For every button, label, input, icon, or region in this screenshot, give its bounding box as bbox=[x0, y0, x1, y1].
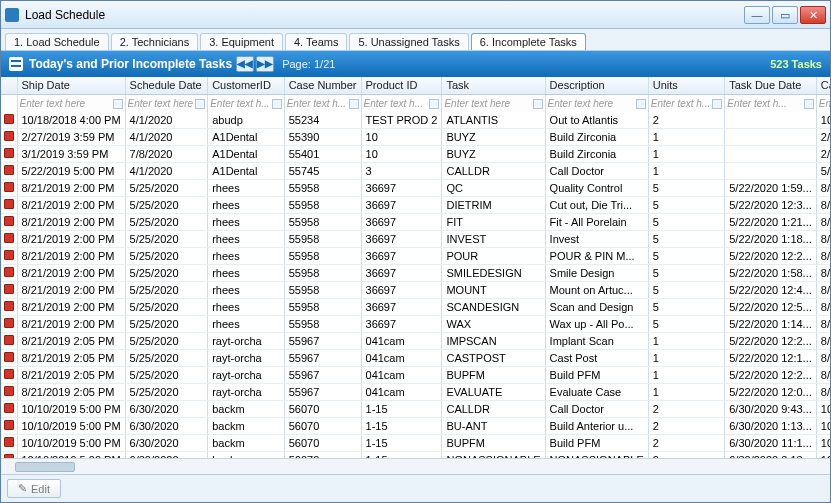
column-header[interactable]: Ship Date bbox=[17, 77, 125, 94]
cell: 6/30/2020 9:43... bbox=[725, 400, 817, 417]
window-title: Load Schedule bbox=[25, 8, 744, 22]
filter-icon[interactable] bbox=[195, 99, 205, 109]
column-header[interactable]: Task bbox=[442, 77, 545, 94]
cell: 4/1/2020 bbox=[125, 162, 208, 179]
cell: rayt-orcha bbox=[208, 332, 284, 349]
filter-icon[interactable] bbox=[429, 99, 439, 109]
row-marker bbox=[1, 213, 17, 230]
filter-icon[interactable] bbox=[349, 99, 359, 109]
status-icon bbox=[4, 216, 14, 226]
page-next-button[interactable]: ▶▶ bbox=[256, 56, 274, 72]
cell: Implant Scan bbox=[545, 332, 648, 349]
column-header[interactable]: Units bbox=[648, 77, 724, 94]
tab-2[interactable]: 3. Equipment bbox=[200, 33, 283, 50]
cell: SMILEDESIGN bbox=[442, 264, 545, 281]
horizontal-scrollbar[interactable] bbox=[1, 458, 830, 474]
scrollbar-thumb[interactable] bbox=[15, 462, 75, 472]
column-header[interactable]: Task Due Date bbox=[725, 77, 817, 94]
minimize-button[interactable]: — bbox=[744, 6, 770, 24]
cell: 36697 bbox=[361, 298, 442, 315]
table-row[interactable]: 8/21/2019 2:00 PM5/25/2020rhees559583669… bbox=[1, 281, 830, 298]
status-icon bbox=[4, 318, 14, 328]
filter-cell[interactable]: Enter text here bbox=[545, 95, 648, 112]
filter-icon[interactable] bbox=[113, 99, 123, 109]
cell: 8/21/2019 2:00 PM bbox=[17, 196, 125, 213]
cell: A1Dental bbox=[208, 128, 284, 145]
table-row[interactable]: 8/21/2019 2:00 PM5/25/2020rhees559583669… bbox=[1, 230, 830, 247]
table-row[interactable]: 2/27/2019 3:59 PM4/1/2020A1Dental5539010… bbox=[1, 128, 830, 145]
cell: 5 bbox=[648, 179, 724, 196]
cell: Evaluate Case bbox=[545, 383, 648, 400]
filter-cell[interactable]: Enter text h... bbox=[725, 95, 817, 112]
table-row[interactable]: 3/1/2019 3:59 PM7/8/2020A1Dental5540110B… bbox=[1, 145, 830, 162]
filter-cell[interactable]: Enter text h... bbox=[648, 95, 724, 112]
filter-cell[interactable]: Enter text h... bbox=[816, 95, 830, 112]
table-row[interactable]: 8/21/2019 2:05 PM5/25/2020rayt-orcha5596… bbox=[1, 332, 830, 349]
page-prev-button[interactable]: ◀◀ bbox=[236, 56, 254, 72]
filter-cell[interactable]: Enter text here bbox=[125, 95, 208, 112]
cell: 8/21/2019 2:00 PM bbox=[17, 179, 125, 196]
column-header[interactable]: Product ID bbox=[361, 77, 442, 94]
table-row[interactable]: 8/21/2019 2:05 PM5/25/2020rayt-orcha5596… bbox=[1, 383, 830, 400]
status-icon bbox=[4, 284, 14, 294]
tab-3[interactable]: 4. Teams bbox=[285, 33, 347, 50]
table-row[interactable]: 5/22/2019 5:00 PM4/1/2020A1Dental557453C… bbox=[1, 162, 830, 179]
column-header[interactable] bbox=[1, 77, 17, 94]
filter-cell[interactable]: Enter text here bbox=[442, 95, 545, 112]
filter-cell[interactable]: Enter text here bbox=[17, 95, 125, 112]
maximize-button[interactable]: ▭ bbox=[772, 6, 798, 24]
filter-icon[interactable] bbox=[712, 99, 722, 109]
table-row[interactable]: 8/21/2019 2:00 PM5/25/2020rhees559583669… bbox=[1, 213, 830, 230]
table-row[interactable]: 8/21/2019 2:05 PM5/25/2020rayt-orcha5596… bbox=[1, 366, 830, 383]
table-row[interactable]: 10/18/2018 4:00 PM4/1/2020abudp55234TEST… bbox=[1, 111, 830, 128]
edit-button[interactable]: ✎ Edit bbox=[7, 479, 61, 498]
column-header[interactable]: CustomerID bbox=[208, 77, 284, 94]
filter-icon[interactable] bbox=[636, 99, 646, 109]
cell: 8/21/2019 2:00 PM bbox=[17, 213, 125, 230]
table-row[interactable]: 8/21/2019 2:00 PM5/25/2020rhees559583669… bbox=[1, 264, 830, 281]
table-row[interactable]: 10/10/2019 5:00 PM6/30/2020backm560701-1… bbox=[1, 451, 830, 458]
filter-cell[interactable]: Enter text h... bbox=[284, 95, 361, 112]
filter-icon[interactable] bbox=[533, 99, 543, 109]
cell: 55234 bbox=[284, 111, 361, 128]
cell: 1 bbox=[648, 128, 724, 145]
status-icon bbox=[4, 369, 14, 379]
cell: 10/7/2019 5:15... bbox=[816, 451, 830, 458]
filter-icon[interactable] bbox=[804, 99, 814, 109]
row-marker bbox=[1, 400, 17, 417]
cell: Call Doctor bbox=[545, 162, 648, 179]
cell: 56070 bbox=[284, 451, 361, 458]
table-row[interactable]: 8/21/2019 2:00 PM5/25/2020rhees559583669… bbox=[1, 196, 830, 213]
cell: 6/30/2020 bbox=[125, 417, 208, 434]
column-header[interactable]: Schedule Date bbox=[125, 77, 208, 94]
table-row[interactable]: 8/21/2019 2:00 PM5/25/2020rhees559583669… bbox=[1, 315, 830, 332]
table-row[interactable]: 8/21/2019 2:00 PM5/25/2020rhees559583669… bbox=[1, 247, 830, 264]
cell: 5/22/2020 1:59... bbox=[725, 179, 817, 196]
table-row[interactable]: 8/21/2019 2:00 PM5/25/2020rhees559583669… bbox=[1, 179, 830, 196]
filter-icon[interactable] bbox=[272, 99, 282, 109]
column-header[interactable]: Case Number bbox=[284, 77, 361, 94]
filter-cell[interactable]: Enter text h... bbox=[361, 95, 442, 112]
table-row[interactable]: 10/10/2019 5:00 PM6/30/2020backm560701-1… bbox=[1, 434, 830, 451]
cell: 1-15 bbox=[361, 451, 442, 458]
cell: A1Dental bbox=[208, 145, 284, 162]
close-button[interactable]: ✕ bbox=[800, 6, 826, 24]
cell: 1 bbox=[648, 383, 724, 400]
column-header[interactable]: Description bbox=[545, 77, 648, 94]
filter-cell[interactable] bbox=[1, 95, 17, 112]
cell bbox=[725, 128, 817, 145]
table-row[interactable]: 10/10/2019 5:00 PM6/30/2020backm560701-1… bbox=[1, 417, 830, 434]
cell: TEST PROD 2 bbox=[361, 111, 442, 128]
column-header[interactable]: Case Date In bbox=[816, 77, 830, 94]
tab-5[interactable]: 6. Incomplete Tasks bbox=[471, 33, 586, 50]
filter-cell[interactable]: Enter text h... bbox=[208, 95, 284, 112]
cell: 55401 bbox=[284, 145, 361, 162]
table-row[interactable]: 8/21/2019 2:05 PM5/25/2020rayt-orcha5596… bbox=[1, 349, 830, 366]
table-row[interactable]: 8/21/2019 2:00 PM5/25/2020rhees559583669… bbox=[1, 298, 830, 315]
cell: BUPFM bbox=[442, 366, 545, 383]
table-row[interactable]: 10/10/2019 5:00 PM6/30/2020backm560701-1… bbox=[1, 400, 830, 417]
tab-1[interactable]: 2. Technicians bbox=[111, 33, 199, 50]
tab-0[interactable]: 1. Load Schedule bbox=[5, 33, 109, 50]
tab-4[interactable]: 5. Unassigned Tasks bbox=[349, 33, 468, 50]
cell: rhees bbox=[208, 196, 284, 213]
